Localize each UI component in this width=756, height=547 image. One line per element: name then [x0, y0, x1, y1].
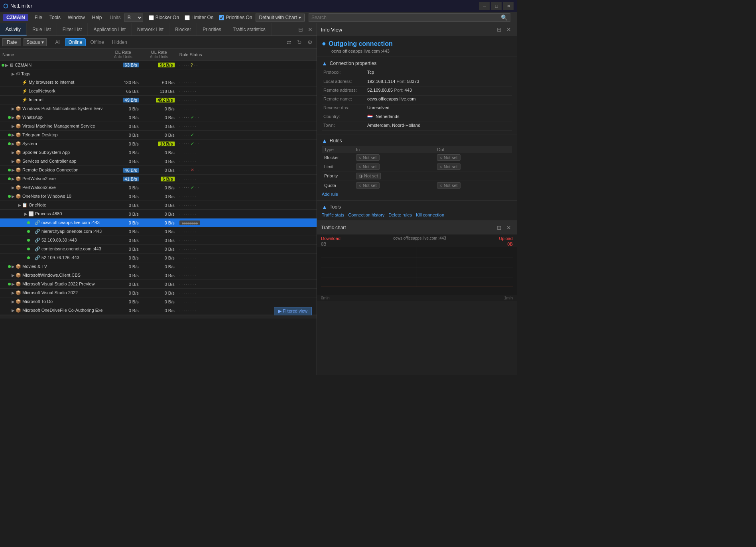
- connection-history-link[interactable]: Connection history: [348, 213, 384, 217]
- table-row[interactable]: ▶📦Virtual Machine Management Service0 B/…: [0, 122, 317, 131]
- tools-header[interactable]: ▲ Tools: [322, 204, 512, 210]
- chart-title: Traffic chart: [321, 225, 346, 230]
- menu-help[interactable]: Help: [89, 14, 105, 21]
- settings-button[interactable]: ⚙: [306, 38, 314, 46]
- dl-rate: 0 B/s: [105, 306, 141, 315]
- tab-traffic-statistics[interactable]: Traffic statistics: [227, 23, 272, 35]
- rule-in-btn[interactable]: ○ Not set: [356, 154, 380, 161]
- table-row[interactable]: ▶📦PerfWatson2.exe0 B/s0 B/s· · · · · ✓ ·…: [0, 183, 317, 192]
- menu-window[interactable]: Window: [65, 14, 88, 21]
- minimize-button[interactable]: ─: [479, 2, 490, 10]
- blocker-checkbox[interactable]: [149, 15, 154, 20]
- chart-float-button[interactable]: ⊟: [495, 224, 503, 232]
- info-close-button[interactable]: ✕: [505, 26, 513, 33]
- table-row[interactable]: ▶🏷Tags: [0, 69, 317, 78]
- rate-button[interactable]: Rate: [2, 38, 21, 46]
- chart-close-button[interactable]: ✕: [505, 224, 513, 232]
- table-row[interactable]: ▶📦Movies & TV0 B/s0 B/s· · · · · · · ·: [0, 262, 317, 271]
- table-row[interactable]: ▶⬜Process 48800 B/s0 B/s· · · · · · · ·: [0, 210, 317, 218]
- rule-out-btn[interactable]: ○ Not set: [437, 154, 461, 161]
- table-row[interactable]: ▶📦Microsoft To Do0 B/s0 B/s· · · · · · ·…: [0, 297, 317, 306]
- maximize-button[interactable]: □: [491, 2, 502, 10]
- menu-file[interactable]: File: [32, 14, 45, 21]
- table-row[interactable]: ▶📦Remote Desktop Connection46 B/s0 B/s· …: [0, 166, 317, 175]
- filter-online[interactable]: Online: [65, 38, 86, 46]
- search-input[interactable]: [311, 15, 501, 20]
- chart-labels: Download ocws.officeapps.live.com :443 U…: [317, 234, 517, 242]
- status-dropdown[interactable]: Status ▾: [24, 38, 47, 46]
- kill-connection-link[interactable]: Kill connection: [416, 213, 444, 217]
- properties-header[interactable]: ▲ Connection properties: [322, 60, 512, 67]
- table-header-row: Name DL Rate Auto Units UL Rate Auto Uni…: [0, 49, 317, 61]
- table-row[interactable]: 🔗hierarchyapi.onenote.com :4430 B/s0 B/s…: [0, 227, 317, 236]
- filtered-view-button[interactable]: ▶ Filtered view: [274, 307, 312, 315]
- instance-badge[interactable]: CZMAIN: [3, 14, 28, 21]
- tab-rule-list[interactable]: Rule List: [27, 23, 57, 35]
- tab-network-list[interactable]: Network List: [132, 23, 169, 35]
- tools-links: Traffic stats Connection history Delete …: [322, 213, 512, 217]
- dl-rate: 0 B/s: [105, 297, 141, 306]
- close-button[interactable]: ✕: [503, 2, 514, 10]
- priorities-label[interactable]: Priorities On: [226, 15, 252, 20]
- blocker-label[interactable]: Blocker On: [156, 15, 179, 20]
- limiter-checkbox[interactable]: [185, 15, 190, 20]
- chart-dropdown[interactable]: Default with Chart ▾: [256, 14, 305, 22]
- tab-activity[interactable]: Activity: [0, 23, 27, 35]
- tab-blocker[interactable]: Blocker: [169, 23, 197, 35]
- rule-out-btn[interactable]: ○ Not set: [437, 163, 461, 170]
- table-row[interactable]: 🔗ocws.officeapps.live.com :4430 B/s0 B/s: [0, 218, 317, 227]
- table-row[interactable]: ▶📦Services and Controller app0 B/s0 B/s·…: [0, 157, 317, 166]
- table-row[interactable]: ▶📦Telegram Desktop0 B/s0 B/s· · · · · ✓ …: [0, 131, 317, 140]
- rule-row: Limit○ Not set○ Not set: [322, 162, 512, 171]
- rule-in-btn[interactable]: ○ Not set: [356, 163, 380, 170]
- filter-offline[interactable]: Offline: [87, 38, 107, 46]
- table-row[interactable]: ▶📦PerfWatson2.exe41 B/s6 B/s· · · · · · …: [0, 175, 317, 183]
- menu-tools[interactable]: Tools: [46, 14, 64, 21]
- table-row[interactable]: 🔗contentsync.onenote.com :4430 B/s0 B/s·…: [0, 245, 317, 254]
- filter-all[interactable]: All: [51, 38, 64, 46]
- priorities-checkbox[interactable]: [219, 15, 224, 20]
- tab-close-button[interactable]: ✕: [306, 26, 314, 33]
- table-row[interactable]: 🔗52.109.89.30 :4430 B/s0 B/s· · · · · · …: [0, 236, 317, 245]
- refresh-button[interactable]: ↻: [295, 38, 303, 46]
- limiter-label[interactable]: Limiter On: [191, 15, 213, 20]
- tab-application-list[interactable]: Application List: [88, 23, 132, 35]
- table-row[interactable]: ▶📦WhatsApp0 B/s0 B/s· · · · · ✓ · ·: [0, 113, 317, 122]
- table-row[interactable]: ▶📦OneNote for Windows 100 B/s0 B/s· · · …: [0, 192, 317, 201]
- properties-table: Protocol: Tcp Local address: 192.168.1.1…: [322, 69, 512, 131]
- table-row[interactable]: ▶📦Microsoft OneDriveFile Co-Authoring Ex…: [0, 306, 317, 315]
- prop-town: Town: Amsterdam, Noord-Holland: [322, 122, 512, 130]
- rule-in-btn[interactable]: ○ Not set: [356, 182, 380, 189]
- menu-units-label: Units: [110, 15, 120, 20]
- search-bar: 🔍: [309, 13, 510, 22]
- table-row[interactable]: ▶📦Microsoft Visual Studio 2022 Preview0 …: [0, 280, 317, 289]
- status-label: Status: [26, 39, 40, 45]
- table-row[interactable]: ▶📦Windows Push Notifications System Serv…: [0, 104, 317, 113]
- rule-status: · · · · · · · ·: [177, 297, 317, 306]
- table-row[interactable]: ⚡LocalNetwork65 B/s118 B/s· · · · · · · …: [0, 87, 317, 96]
- table-row[interactable]: 🔗52.109.76.126 :4430 B/s0 B/s· · · · · ·…: [0, 254, 317, 262]
- left-panel: Activity Rule List Filter List Applicati…: [0, 23, 317, 375]
- tab-priorities[interactable]: Priorities: [197, 23, 227, 35]
- traffic-stats-link[interactable]: Traffic stats: [322, 213, 344, 217]
- filter-hidden[interactable]: Hidden: [108, 38, 131, 46]
- table-row[interactable]: ▶🖥CZMAIN63 B/s96 B/s· · · · · ? · ·: [0, 61, 317, 69]
- rules-header[interactable]: ▲ Rules: [322, 138, 512, 144]
- table-row[interactable]: ▶📋OneNote0 B/s0 B/s· · · · · · · ·: [0, 201, 317, 210]
- delete-rules-link[interactable]: Delete rules: [388, 213, 412, 217]
- tools-section: ▲ Tools Traffic stats Connection history…: [317, 201, 517, 221]
- table-row[interactable]: ⚡Internet49 B/s452 B/s· · · · · · · ·: [0, 96, 317, 104]
- rule-out-btn[interactable]: ○ Not set: [437, 182, 461, 189]
- table-row[interactable]: ⚡My browsers to internet130 B/s60 B/s· ·…: [0, 78, 317, 87]
- units-select[interactable]: B KB MB: [124, 14, 143, 22]
- tab-filter-list[interactable]: Filter List: [57, 23, 88, 35]
- table-row[interactable]: ▶📦MicrosoftWindows.Client.CBS0 B/s0 B/s·…: [0, 271, 317, 280]
- table-row[interactable]: ▶📦Microsoft Visual Studio 20220 B/s0 B/s…: [0, 289, 317, 297]
- sync-button[interactable]: ⇄: [285, 38, 293, 46]
- add-rule-link[interactable]: Add rule: [322, 192, 338, 197]
- rule-in-btn[interactable]: ◑ Not set: [356, 173, 381, 179]
- tab-float-button[interactable]: ⊟: [297, 26, 305, 33]
- table-row[interactable]: ▶📦System0 B/s13 B/s· · · · · ✓ · ·: [0, 140, 317, 148]
- info-float-button[interactable]: ⊟: [495, 26, 503, 33]
- table-row[interactable]: ▶📦Spooler SubSystem App0 B/s0 B/s· · · ·…: [0, 148, 317, 157]
